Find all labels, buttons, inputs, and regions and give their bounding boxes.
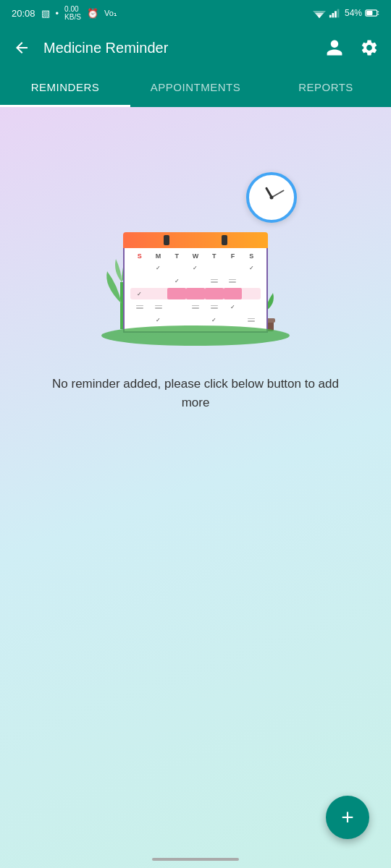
clock-face bbox=[252, 178, 291, 217]
calendar-ring-right bbox=[222, 235, 227, 245]
calendar-top bbox=[123, 232, 268, 248]
signal-icon bbox=[329, 8, 342, 18]
battery-icon bbox=[365, 8, 379, 18]
tab-appointments[interactable]: Appointments bbox=[130, 69, 261, 105]
calendar: S M T W T F S ✓ ✓ ✓ bbox=[123, 232, 268, 333]
app-title: Medicine Reminder bbox=[43, 40, 313, 56]
illustration-area: S M T W T F S ✓ ✓ ✓ bbox=[87, 165, 304, 353]
app-bar-actions bbox=[324, 38, 379, 58]
profile-button[interactable] bbox=[324, 38, 345, 58]
calendar-row-4: ✓ bbox=[130, 301, 261, 312]
tab-reports[interactable]: Reports bbox=[261, 69, 391, 105]
calendar-row-3: ✓ bbox=[130, 288, 261, 299]
ground-oval bbox=[101, 326, 290, 346]
back-button[interactable] bbox=[12, 38, 32, 58]
status-bar: 20:08 ▧ • 0.00KB/S ⏰ Vo₁ 54% bbox=[0, 0, 391, 26]
calendar-row-1: ✓ ✓ ✓ bbox=[130, 262, 261, 273]
add-reminder-fab[interactable]: + bbox=[326, 796, 369, 839]
status-notification-icon: ▧ bbox=[41, 8, 50, 19]
tab-bar: Reminders Appointments Reports bbox=[0, 69, 391, 107]
wifi-icon bbox=[313, 8, 326, 18]
calendar-header: S M T W T F S bbox=[130, 252, 261, 260]
bottom-nav-indicator bbox=[152, 858, 239, 861]
battery-percent: 54% bbox=[345, 8, 362, 18]
status-time: 20:08 bbox=[12, 8, 35, 19]
status-time-area: 20:08 ▧ • 0.00KB/S ⏰ Vo₁ bbox=[12, 5, 117, 21]
clock-center-dot bbox=[270, 196, 274, 200]
svg-rect-4 bbox=[332, 13, 334, 17]
calendar-body: S M T W T F S ✓ ✓ ✓ bbox=[123, 248, 268, 333]
calendar-row-2: ✓ bbox=[130, 275, 261, 286]
empty-state-message: No reminder added, please click below bu… bbox=[22, 375, 369, 412]
status-right-area: 54% bbox=[313, 8, 379, 18]
status-wifi-icon: Vo₁ bbox=[104, 9, 117, 18]
svg-rect-6 bbox=[337, 9, 340, 18]
status-alarm-icon: ⏰ bbox=[87, 8, 98, 19]
app-bar: Medicine Reminder bbox=[0, 26, 391, 69]
settings-button[interactable] bbox=[359, 38, 379, 58]
status-dot: • bbox=[56, 8, 59, 19]
svg-rect-10 bbox=[366, 11, 372, 15]
clock bbox=[246, 172, 297, 223]
svg-marker-2 bbox=[317, 15, 321, 18]
calendar-row-5: ✓ ✓ bbox=[130, 314, 261, 326]
tab-reminders[interactable]: Reminders bbox=[0, 69, 130, 105]
svg-rect-5 bbox=[335, 11, 337, 17]
status-network: 0.00KB/S bbox=[64, 5, 81, 21]
calendar-ring-left bbox=[164, 235, 169, 245]
main-content: S M T W T F S ✓ ✓ ✓ bbox=[0, 107, 391, 868]
svg-rect-3 bbox=[329, 15, 332, 18]
